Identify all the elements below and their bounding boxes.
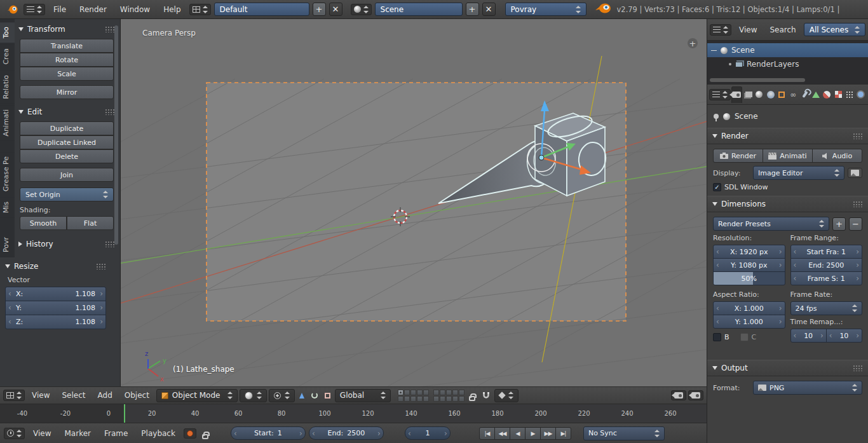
frame-end-field[interactable]: End: 2500: [790, 258, 863, 272]
sync-mode-select[interactable]: No Sync: [583, 426, 665, 440]
manipulator-scale-toggle[interactable]: [322, 392, 333, 400]
layer-cell[interactable]: [433, 390, 439, 395]
join-button[interactable]: Join: [20, 168, 114, 182]
aspect-x-field[interactable]: X: 1.000: [713, 301, 785, 315]
remap-old-field[interactable]: 10: [790, 329, 827, 343]
layers-group-2[interactable]: [433, 390, 465, 402]
blender-app-icon[interactable]: [4, 3, 20, 16]
layer-cell[interactable]: [433, 396, 439, 402]
tab-render[interactable]: [731, 86, 742, 103]
menu-object[interactable]: Object: [119, 390, 154, 401]
editor-type-selector[interactable]: [3, 390, 25, 401]
translate-button[interactable]: Translate: [20, 39, 114, 53]
panel-header-dimensions[interactable]: Dimensions: [707, 196, 868, 212]
menu-render[interactable]: Render: [74, 4, 112, 15]
menu-select[interactable]: Select: [57, 390, 90, 401]
shade-smooth-button[interactable]: Smooth: [20, 216, 67, 230]
menu-add[interactable]: Add: [93, 390, 118, 401]
outliner-filter-select[interactable]: All Scenes: [804, 23, 865, 36]
outliner-item-scene[interactable]: Scene: [707, 43, 868, 57]
toolshelf-tab-animation[interactable]: Animati: [0, 105, 15, 140]
snap-toggle[interactable]: [480, 390, 492, 401]
set-origin-menu[interactable]: Set Origin: [20, 187, 114, 201]
resize-x-field[interactable]: X: 1.108: [5, 287, 106, 301]
tab-world[interactable]: [765, 86, 776, 103]
editor-type-selector[interactable]: [710, 24, 731, 36]
open-region-plus-icon[interactable]: [688, 38, 698, 48]
add-layout-button[interactable]: +: [313, 3, 326, 16]
menu-window[interactable]: Window: [115, 4, 155, 15]
tab-constraints[interactable]: [788, 86, 799, 103]
panel-header-render[interactable]: Render: [707, 128, 868, 144]
tab-object[interactable]: [776, 86, 787, 103]
border-checkbox[interactable]: [713, 333, 721, 341]
layer-cell[interactable]: [440, 396, 445, 402]
toolshelf-tab-povray[interactable]: Povr: [0, 233, 15, 257]
viewport-3d[interactable]: z y x Camera Persp (1) Lathe_shape: [121, 19, 707, 386]
display-extra-button[interactable]: [848, 168, 862, 178]
add-scene-button[interactable]: +: [466, 3, 479, 16]
layer-cell[interactable]: [398, 396, 403, 402]
opengl-render-anim-button[interactable]: [688, 390, 703, 400]
aspect-y-field[interactable]: Y: 1.000: [713, 315, 785, 329]
current-frame-indicator[interactable]: [124, 404, 125, 423]
prev-keyframe-button[interactable]: ◀◀: [494, 427, 510, 440]
panel-header-output[interactable]: Output: [707, 360, 868, 376]
jump-to-end-button[interactable]: ▶|: [555, 427, 571, 440]
editor-type-selector[interactable]: [709, 89, 731, 100]
menu-help[interactable]: Help: [158, 4, 186, 15]
layer-cell[interactable]: [398, 390, 403, 395]
outliner-item-renderlayers[interactable]: RenderLayers: [707, 57, 868, 71]
collapse-minus-icon[interactable]: [711, 48, 717, 53]
format-select[interactable]: PNG: [753, 381, 862, 395]
resize-y-field[interactable]: Y: 1.108: [5, 301, 106, 315]
crop-checkbox[interactable]: [740, 333, 749, 341]
menu-frame[interactable]: Frame: [99, 428, 133, 439]
opengl-render-still-button[interactable]: [671, 390, 686, 400]
layer-cell[interactable]: [446, 396, 452, 402]
layer-cell[interactable]: [459, 396, 465, 402]
current-frame-field[interactable]: 1: [405, 426, 451, 440]
layer-cell[interactable]: [423, 390, 429, 395]
remove-preset-button[interactable]: −: [849, 217, 862, 231]
snap-element-select[interactable]: [494, 389, 519, 402]
frame-step-field[interactable]: Frame S: 1: [790, 271, 863, 285]
render-still-button[interactable]: Render: [713, 149, 763, 163]
delete-button[interactable]: Delete: [20, 149, 114, 163]
menu-file[interactable]: File: [48, 4, 71, 15]
screen-layout-field[interactable]: Default: [214, 3, 309, 16]
display-mode-select[interactable]: Image Editor: [753, 166, 844, 180]
auto-keyframe-record-button[interactable]: [184, 428, 196, 439]
render-presets-select[interactable]: Render Presets: [713, 217, 829, 231]
tab-particles[interactable]: [844, 86, 855, 103]
menu-search[interactable]: Search: [764, 24, 801, 36]
transform-orientation-select[interactable]: Global: [335, 389, 391, 402]
manipulator-rotate-toggle[interactable]: [309, 391, 320, 400]
viewport-canvas[interactable]: z y x: [121, 19, 707, 386]
layer-cell[interactable]: [404, 390, 410, 395]
pin-icon[interactable]: [714, 114, 719, 119]
render-animation-button[interactable]: Animati: [763, 149, 813, 163]
mirror-button[interactable]: Mirror: [20, 85, 114, 99]
panel-header-resize[interactable]: Resize: [5, 259, 106, 274]
play-reverse-button[interactable]: ◀: [510, 427, 526, 440]
editor-type-selector[interactable]: [24, 4, 45, 15]
layer-cell[interactable]: [404, 396, 410, 402]
menu-view[interactable]: View: [27, 390, 55, 401]
tab-modifiers[interactable]: [799, 86, 810, 103]
layer-cell[interactable]: [452, 396, 458, 402]
layer-cell[interactable]: [452, 390, 458, 395]
layer-cell[interactable]: [410, 390, 416, 395]
tab-data[interactable]: [810, 86, 821, 103]
menu-playback[interactable]: Playback: [136, 428, 180, 439]
tab-render-layers[interactable]: [743, 86, 754, 103]
tab-texture[interactable]: [833, 86, 844, 103]
layer-cell[interactable]: [410, 396, 416, 402]
toolshelf-tab-relations[interactable]: Relatio: [0, 71, 15, 104]
toolshelf-tab-misc[interactable]: Mis: [0, 197, 15, 217]
toolshelf-tab-create[interactable]: Crea: [0, 44, 15, 69]
frame-end-field[interactable]: End: 2500: [309, 426, 384, 440]
play-button[interactable]: ▶: [525, 427, 541, 440]
duplicate-button[interactable]: Duplicate: [20, 121, 114, 135]
toolshelf-scrollbar[interactable]: [114, 25, 118, 245]
